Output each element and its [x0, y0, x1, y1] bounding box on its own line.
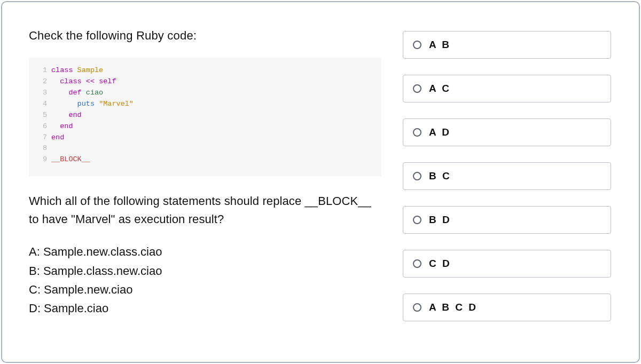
line-number: 7: [37, 132, 47, 144]
code-token: [51, 122, 60, 130]
question-card: Check the following Ruby code: 1class Sa…: [1, 1, 640, 363]
question-text: Which all of the following statements sh…: [29, 192, 381, 228]
code-token: [51, 100, 77, 108]
radio-icon: [413, 259, 421, 268]
answer-option[interactable]: A D: [403, 118, 611, 146]
line-number: 9: [37, 154, 47, 165]
radio-icon: [413, 216, 421, 224]
answer-option-label: B C: [429, 170, 451, 182]
code-token: [51, 89, 68, 97]
code-token: class: [60, 77, 86, 85]
code-token: "Marvel": [99, 100, 134, 108]
code-token: ciao: [86, 89, 103, 97]
line-number: 1: [37, 65, 47, 76]
radio-icon: [413, 303, 421, 312]
answer-option[interactable]: B D: [403, 206, 611, 234]
code-token: [51, 111, 68, 119]
answer-option[interactable]: B C: [403, 162, 611, 190]
code-token: end: [51, 133, 64, 141]
answer-option-label: A D: [429, 126, 451, 138]
code-token: end: [68, 111, 81, 119]
code-token: __BLOCK__: [51, 155, 90, 163]
answer-option[interactable]: A B: [403, 31, 611, 59]
statement-item: B: Sample.class.new.ciao: [29, 262, 381, 280]
code-line: 9__BLOCK__: [37, 154, 373, 165]
code-line: 8: [37, 143, 373, 154]
answer-option-label: C D: [429, 258, 451, 270]
options-column: A BA CA DB CB DC DA B C D: [403, 29, 611, 341]
code-token: Sample: [77, 66, 104, 74]
code-line: 2 class << self: [37, 76, 373, 88]
answer-option[interactable]: A B C D: [403, 294, 611, 321]
statement-item: D: Sample.ciao: [29, 299, 381, 318]
code-line: 4 puts "Marvel": [37, 99, 373, 110]
code-line: 5 end: [37, 110, 373, 121]
question-left-column: Check the following Ruby code: 1class Sa…: [29, 29, 381, 341]
answer-option[interactable]: C D: [403, 250, 611, 278]
code-token: [51, 77, 60, 85]
code-line: 6 end: [37, 121, 373, 132]
radio-icon: [413, 128, 421, 137]
line-number: 5: [37, 110, 47, 121]
code-block: 1class Sample2 class << self3 def ciao4 …: [29, 58, 381, 176]
code-token: puts: [77, 100, 99, 108]
statements-list: A: Sample.new.class.ciaoB: Sample.class.…: [29, 242, 381, 318]
line-number: 8: [37, 143, 47, 154]
intro-text: Check the following Ruby code:: [29, 29, 381, 43]
code-token: end: [60, 122, 73, 130]
radio-icon: [413, 41, 421, 49]
line-number: 4: [37, 99, 47, 110]
answer-option-label: A B C D: [429, 302, 478, 313]
code-token: <<: [86, 77, 99, 85]
code-line: 3 def ciao: [37, 88, 373, 99]
line-number: 2: [37, 76, 47, 88]
answer-option[interactable]: A C: [403, 75, 611, 102]
code-token: self: [99, 77, 116, 85]
code-line: 1class Sample: [37, 65, 373, 76]
code-token: def: [68, 89, 85, 97]
radio-icon: [413, 84, 421, 93]
answer-option-label: A B: [429, 39, 451, 51]
code-line: 7end: [37, 132, 373, 144]
code-token: class: [51, 66, 77, 74]
line-number: 3: [37, 88, 47, 99]
answer-option-label: B D: [429, 214, 451, 226]
statement-item: C: Sample.new.ciao: [29, 280, 381, 299]
line-number: 6: [37, 121, 47, 132]
answer-option-label: A C: [429, 83, 451, 94]
statement-item: A: Sample.new.class.ciao: [29, 242, 381, 261]
radio-icon: [413, 172, 421, 180]
